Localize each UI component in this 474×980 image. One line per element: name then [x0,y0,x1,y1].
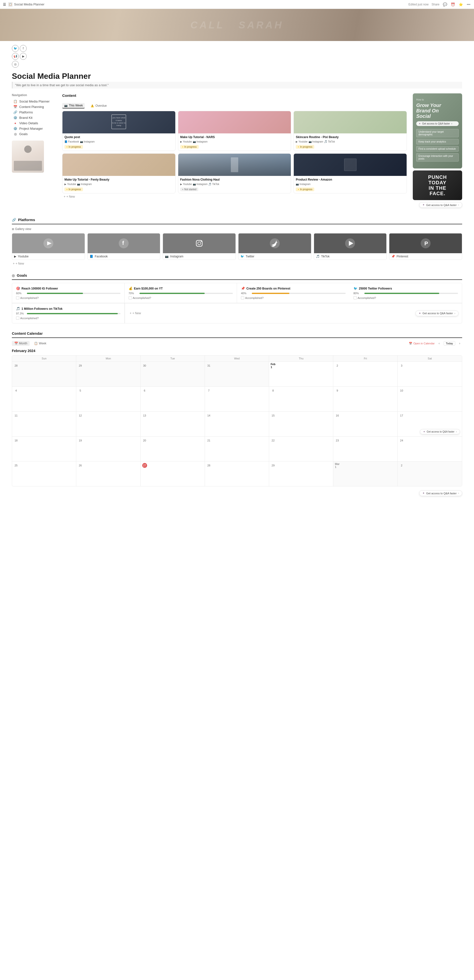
cal-cell-jan31[interactable]: 31 [205,362,269,387]
cal-cell-feb26[interactable]: 26 [76,461,141,486]
cal-cell-mar1[interactable]: Mar 1 [333,461,398,486]
cal-cell-feb17[interactable]: 17 ✦ Get access to Q&A faster › [398,412,462,436]
cal-cell-feb18[interactable]: 18 [12,436,76,461]
star-icon[interactable]: ⭐ [458,2,463,7]
cal-cell-feb5[interactable]: 5 [76,387,141,411]
comment-icon[interactable]: 💬 [442,2,447,7]
qa-button-goals[interactable]: ✦ Get access to Q&A faster › [415,310,458,316]
cal-cell-feb4[interactable]: 4 [12,387,76,411]
grow-title: Grow Your Brand On Social [416,102,459,119]
sidebar-item-social-media-planner[interactable]: 📋 Social Media Planner [12,99,56,104]
pinterest-label-icon: 📌 [391,255,395,258]
card-quote-post[interactable]: you have what it takesto be a voice to m… [62,111,176,151]
checkbox-ig[interactable] [16,296,19,299]
platform-card-pinterest[interactable]: P 📌 Pinterest [389,233,462,260]
cal-date-feb20: 20 [142,438,147,443]
cal-cell-feb2[interactable]: 2 [333,362,398,387]
cal-date-feb15: 15 [271,413,276,418]
qa-button-calendar-bottom[interactable]: ✦ Get access to Q&A faster › [419,490,462,496]
cal-cell-feb22[interactable]: 22 [269,436,333,461]
cal-cell-feb24[interactable]: 24 [398,436,462,461]
calendar-tab-week[interactable]: 📋 Week [32,341,49,346]
add-new-content[interactable]: + + New [62,193,407,200]
cal-cell-feb13[interactable]: 13 [141,412,205,436]
sidebar-item-platforms[interactable]: 🔗 Platforms [12,110,56,115]
qa-button-1[interactable]: ✦ Get access to Q&A faster › [416,121,459,126]
cal-cell-feb16[interactable]: 16 [333,412,398,436]
checkbox-twitter[interactable] [354,296,357,299]
cal-cell-feb21[interactable]: 21 [205,436,269,461]
checkbox-yt[interactable] [128,296,132,299]
app-name: Social Media Planner [14,2,44,6]
cal-cell-feb7[interactable]: 7 [205,387,269,411]
product-image-frame [344,159,357,171]
cal-cell-feb8[interactable]: 8 [269,387,333,411]
more-icon[interactable]: ••• [466,2,471,7]
cal-cell-jan28[interactable]: 28 [12,362,76,387]
sidebar-item-video-details[interactable]: ● Video Details [12,121,56,126]
goal-pct-ig: 60% [16,292,25,295]
calendar-section-title: Content Calendar [12,331,43,336]
calendar-next-arrow[interactable]: › [457,341,462,346]
cal-cell-feb3[interactable]: 3 [398,362,462,387]
cal-cell-feb28[interactable]: 28 [205,461,269,486]
cal-cell-feb20[interactable]: 20 [141,436,205,461]
goal-card-tiktok-followers: 🎵 1 Million Followers on TikTok 97.3% Ac… [12,303,125,323]
platform-card-facebook[interactable]: f 📘 Facebook [87,233,160,260]
cal-cell-feb15[interactable]: 15 [269,412,333,436]
platform-label-facebook: 📘 Facebook [88,253,160,259]
menu-icon[interactable]: ☰ [3,2,6,6]
tab-this-week[interactable]: 📷 This Week [62,103,85,108]
open-calendar-button[interactable]: 📅 Open in Calendar [409,342,434,345]
sidebar-item-brand-kit[interactable]: ⚙️ Brand Kit [12,115,56,120]
cal-cell-feb14[interactable]: 14 [205,412,269,436]
calendar-prev-arrow[interactable]: ‹ [437,341,442,346]
qa-button-2[interactable]: ✦ Get access to Q&A faster › [419,202,462,208]
goal-icon-pinterest: 📌 [241,286,245,290]
platform-image-twitter [238,234,311,253]
calendar-tab-month[interactable]: 📅 Month [12,341,30,346]
cal-cell-feb6[interactable]: 6 [141,387,205,411]
checkbox-tiktok[interactable] [16,317,19,320]
goals-section-header: ◎ Goals [12,273,462,280]
share-button[interactable]: Share [431,3,439,6]
card-makeup-fenty[interactable]: Make Up Tutorial - Fenty Beauty ▶Youtube… [62,153,176,193]
qa-button-calendar-1[interactable]: ✦ Get access to Q&A faster › [420,429,460,434]
cal-cell-jan29[interactable]: 29 [76,362,141,387]
card-skincare-pixi[interactable]: Skincare Routine - Pixi Beauty ▶Youtube … [293,111,407,151]
platform-instagram: 📷Instagram [80,140,95,143]
cal-cell-feb25[interactable]: 25 [12,461,76,486]
cal-cell-feb19[interactable]: 19 [76,436,141,461]
sidebar-item-project-manager[interactable]: ⚙️ Project Manager [12,126,56,131]
checkbox-pinterest[interactable] [241,296,244,299]
platform-card-tiktok[interactable]: 🎵 TikTok [314,233,387,260]
calendar-today-button[interactable]: Today [444,341,455,345]
add-new-goal[interactable]: + + New [128,310,143,317]
platform-card-twitter[interactable]: 🐦 Twitter [238,233,311,260]
add-new-platform[interactable]: + + New [12,262,462,265]
today-label: Today [446,342,453,345]
cal-cell-feb23[interactable]: 23 [333,436,398,461]
cal-cell-feb1[interactable]: Feb 1 [269,362,333,387]
cal-cell-feb12[interactable]: 12 [76,412,141,436]
cal-cell-jan30[interactable]: 30 [141,362,205,387]
platform-card-instagram[interactable]: 📷 Instagram [163,233,236,260]
card-fashion-nova[interactable]: Fashion Nova Clothing Haul ▶Youtube 📷Ins… [178,153,291,193]
status-in-progress-nars: In progress [180,145,199,149]
card-product-amazon[interactable]: Product Review - Amazon 📷Instagram In pr… [293,153,407,193]
cal-cell-feb27-today[interactable]: 27 [141,461,205,486]
cal-cell-feb11[interactable]: 11 [12,412,76,436]
cal-cell-feb9[interactable]: 9 [333,387,398,411]
card-makeup-nars[interactable]: Make Up Tutorial - NARS ▶Youtube 📷Instag… [178,111,291,151]
cal-cell-feb10[interactable]: 10 [398,387,462,411]
platform-card-youtube[interactable]: ▶ Youtube [12,233,85,260]
sidebar-item-goals[interactable]: ◎ Goals [12,131,56,137]
tab-overdue[interactable]: ⚠️ Overdue [89,103,109,108]
cal-cell-feb29[interactable]: 29 [269,461,333,486]
right-panel: How to Grow Your Brand On Social ✦ Get a… [413,93,462,210]
sidebar-item-content-planning[interactable]: 📅 Content Planning [12,104,56,110]
cal-cell-mar2[interactable]: 2 [398,461,462,486]
clock-icon[interactable]: ⏰ [450,2,455,7]
instagram-icon-product: 📷 [296,183,299,186]
sparkle-icon: ✦ [419,122,421,125]
